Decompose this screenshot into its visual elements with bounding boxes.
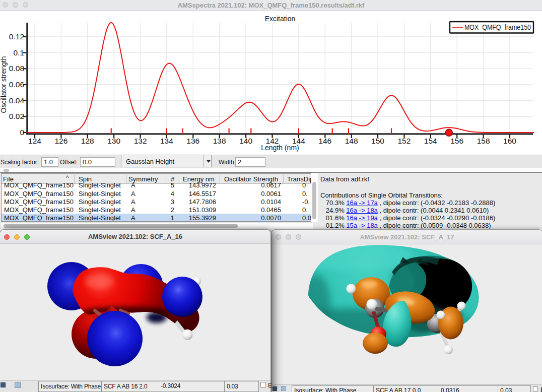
svg-text:0: 0 bbox=[20, 128, 24, 137]
svg-text:0.02: 0.02 bbox=[9, 112, 24, 120]
svg-text:150: 150 bbox=[371, 137, 384, 145]
svg-text:146: 146 bbox=[318, 137, 331, 145]
svg-text:156: 156 bbox=[450, 137, 463, 145]
svg-text:154: 154 bbox=[424, 137, 437, 145]
svg-text:126: 126 bbox=[54, 137, 67, 145]
svg-text:152: 152 bbox=[397, 137, 411, 145]
svg-text:0.08: 0.08 bbox=[9, 64, 24, 73]
svg-text:134: 134 bbox=[160, 137, 173, 145]
svg-text:136: 136 bbox=[186, 137, 199, 145]
svg-text:130: 130 bbox=[107, 137, 120, 145]
svg-text:158: 158 bbox=[477, 137, 490, 145]
svg-text:128: 128 bbox=[81, 137, 94, 145]
svg-text:0.12: 0.12 bbox=[9, 32, 24, 41]
svg-text:Length (nm): Length (nm) bbox=[261, 144, 299, 152]
svg-text:Excitation: Excitation bbox=[265, 15, 296, 23]
svg-text:0.06: 0.06 bbox=[9, 80, 24, 89]
svg-text:132: 132 bbox=[134, 137, 147, 145]
svg-text:0.04: 0.04 bbox=[9, 96, 25, 105]
svg-text:0.1: 0.1 bbox=[13, 48, 24, 57]
svg-text:160: 160 bbox=[503, 137, 516, 145]
svg-text:MOX_QMFQ_frame150: MOX_QMFQ_frame150 bbox=[464, 23, 531, 31]
svg-text:124: 124 bbox=[28, 137, 41, 145]
svg-text:138: 138 bbox=[213, 137, 226, 145]
svg-text:140: 140 bbox=[239, 137, 252, 145]
svg-text:148: 148 bbox=[345, 137, 358, 145]
svg-text:Oscillator strength: Oscillator strength bbox=[0, 56, 8, 113]
